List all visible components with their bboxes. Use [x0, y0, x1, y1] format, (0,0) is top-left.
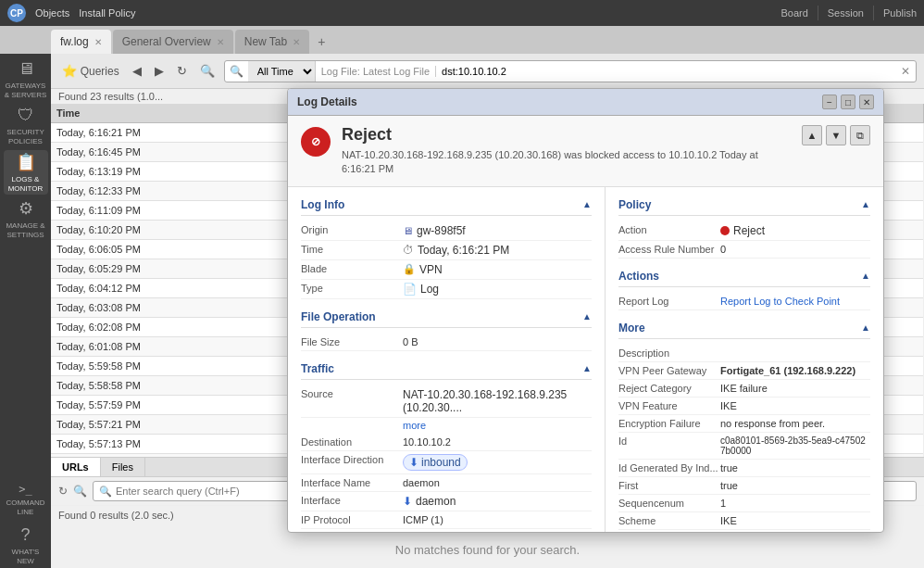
traffic-toggle: ▲ [582, 363, 592, 373]
modal-prev-button[interactable]: ▲ [802, 125, 822, 145]
file-label: Log File: Latest Log File [316, 66, 436, 77]
id-value: c0a80101-8569-2b35-5ea9-c475027b0000 [720, 435, 870, 456]
modal-minimize-button[interactable]: − [822, 95, 837, 109]
publish-btn[interactable]: Publish [883, 7, 917, 19]
bottom-refresh-button[interactable]: ↻ [58, 485, 68, 498]
inbound-badge: ⬇ inbound [403, 454, 468, 471]
interface-label: Interface [301, 495, 403, 506]
search-options-button[interactable]: 🔍 [196, 62, 219, 80]
tab-fw-log[interactable]: fw.log ✕ [51, 30, 111, 54]
session-btn[interactable]: Session [828, 7, 864, 19]
sidebar-item-security-label: SECURITYPOLICIES [6, 128, 44, 145]
destination-value: 10.10.10.2 [403, 436, 592, 448]
id-generated-row: Id Generated By Ind... true [618, 460, 870, 477]
scheme-row: Scheme IKE [618, 512, 870, 530]
tab-fw-log-close[interactable]: ✕ [94, 37, 102, 47]
prev-button[interactable]: ◀ [129, 62, 145, 80]
modal-header-desc: NAT-10.20.30.168-192.168.9.235 (10.20.30… [342, 148, 791, 177]
destination-label: Destination [301, 436, 403, 448]
time-filter-dropdown[interactable]: All Time [248, 61, 316, 82]
objects-menu[interactable]: Objects [35, 7, 69, 19]
blade-value: 🔒 VPN [403, 263, 592, 276]
interface-direction-row: Interface Direction ⬇ inbound [301, 451, 592, 474]
board-btn[interactable]: Board [780, 7, 807, 19]
tab-files[interactable]: Files [101, 458, 145, 476]
log-icon: 📄 [403, 283, 417, 296]
sidebar-item-whats-new[interactable]: ? WHAT'SNEW [4, 524, 48, 568]
add-tab-button[interactable]: + [311, 32, 331, 52]
reject-icon: ⊘ [301, 127, 331, 157]
time-label: Time [301, 244, 403, 255]
search-container: 🔍 All Time Log File: Latest Log File ✕ [224, 60, 917, 82]
separator2 [873, 6, 874, 20]
actions-toggle: ▲ [861, 271, 870, 281]
manage-icon: ⚙ [19, 198, 33, 219]
scheme-value: IKE [720, 515, 870, 526]
sidebar-item-whats-label: WHAT'SNEW [12, 548, 40, 565]
logs-icon: 📋 [16, 152, 36, 172]
actions-section-header[interactable]: Actions ▲ [618, 266, 870, 287]
tab-new-tab[interactable]: New Tab ✕ [235, 30, 309, 54]
sidebar-item-cmd-label: COMMANDLINE [6, 499, 44, 516]
type-row: Type 📄 Log [301, 280, 592, 299]
toolbar: ⭐ Queries ◀ ▶ ↻ 🔍 🔍 All Time Log File: L… [51, 54, 924, 89]
time-icon: ⏱ [403, 244, 414, 257]
sidebar-item-logs-label: LOGS &MONITOR [8, 175, 44, 193]
modal-titlebar: Log Details − □ ✕ [288, 89, 883, 116]
sidebar-item-gateways[interactable]: 🖥 GATEWAYS& SERVERS [4, 57, 48, 102]
report-log-link[interactable]: Report Log to Check Point [720, 296, 840, 307]
report-log-row: Report Log Report Log to Check Point [618, 293, 870, 310]
blade-label: Blade [301, 263, 403, 274]
sidebar-item-manage-settings[interactable]: ⚙ MANAGE &SETTINGS [4, 196, 48, 241]
sidebar-item-logs-monitor[interactable]: 📋 LOGS &MONITOR [4, 150, 48, 195]
file-operation-section-header[interactable]: File Operation ▲ [301, 307, 592, 328]
sidebar: 🖥 GATEWAYS& SERVERS 🛡 SECURITYPOLICIES 📋… [0, 54, 51, 568]
tab-urls[interactable]: URLs [51, 458, 101, 476]
tab-fw-log-label: fw.log [60, 35, 89, 48]
sidebar-item-command-line[interactable]: >_ COMMANDLINE [4, 477, 48, 522]
origin-row: Origin 🖥 gw-898f5f [301, 221, 592, 241]
modal-next-button[interactable]: ▼ [826, 125, 846, 145]
traffic-title: Traffic [301, 362, 334, 375]
bottom-search-icon-button[interactable]: 🔍 [73, 485, 87, 498]
search-clear-button[interactable]: ✕ [895, 65, 916, 78]
policy-section-header[interactable]: Policy ▲ [618, 195, 870, 216]
sequencenum-value: 1 [720, 498, 870, 509]
blade-row: Blade 🔒 VPN [301, 260, 592, 280]
sidebar-item-manage-label: MANAGE &SETTINGS [6, 221, 44, 239]
tab-general-overview[interactable]: General Overview ✕ [113, 30, 233, 54]
tab-general-overview-close[interactable]: ✕ [217, 37, 224, 47]
queries-button[interactable]: ⭐ Queries [58, 62, 123, 80]
modal-body: Log Info ▲ Origin 🖥 gw-898f5f Time ⏱ Tod… [288, 187, 883, 532]
refresh-button[interactable]: ↻ [173, 62, 191, 80]
tab-new-tab-close[interactable]: ✕ [293, 37, 300, 47]
traffic-section-header[interactable]: Traffic ▲ [301, 359, 592, 380]
sidebar-item-security-policies[interactable]: 🛡 SECURITYPOLICIES [4, 104, 48, 148]
log-details-modal[interactable]: Log Details − □ ✕ ⊘ Reject NAT-10.20.30.… [287, 88, 884, 533]
actions-title: Actions [618, 270, 659, 283]
sidebar-item-gateways-label: GATEWAYS& SERVERS [5, 82, 47, 99]
log-info-section-header[interactable]: Log Info ▲ [301, 195, 592, 216]
report-log-value: Report Log to Check Point [720, 296, 870, 307]
encryption-failure-label: Encryption Failure [618, 418, 720, 429]
id-generated-label: Id Generated By Ind... [618, 462, 720, 473]
modal-close-button[interactable]: ✕ [859, 95, 874, 109]
security-policies-icon: 🛡 [18, 106, 34, 125]
separator [818, 6, 818, 20]
sequencenum-label: Sequencenum [618, 498, 720, 509]
vpn-peer-value: Fortigate_61 (192.168.9.222) [720, 365, 870, 376]
next-button[interactable]: ▶ [151, 62, 168, 80]
more-section-header[interactable]: More ▲ [618, 318, 870, 339]
more-toggle: ▲ [861, 322, 870, 333]
more-title: More [618, 322, 645, 334]
reject-category-row: Reject Category IKE failure [618, 380, 870, 398]
more-link[interactable]: more [403, 420, 592, 431]
search-input[interactable] [436, 66, 895, 77]
install-policy-btn[interactable]: Install Policy [79, 7, 135, 19]
search-magnifier-icon: 🔍 [99, 486, 112, 498]
file-size-value: 0 B [403, 336, 592, 347]
modal-copy-button[interactable]: ⧉ [850, 125, 870, 145]
modal-maximize-button[interactable]: □ [841, 95, 855, 109]
inbound-arrow-icon: ⬇ [409, 456, 418, 469]
encryption-failure-row: Encryption Failure no response from peer… [618, 415, 870, 433]
